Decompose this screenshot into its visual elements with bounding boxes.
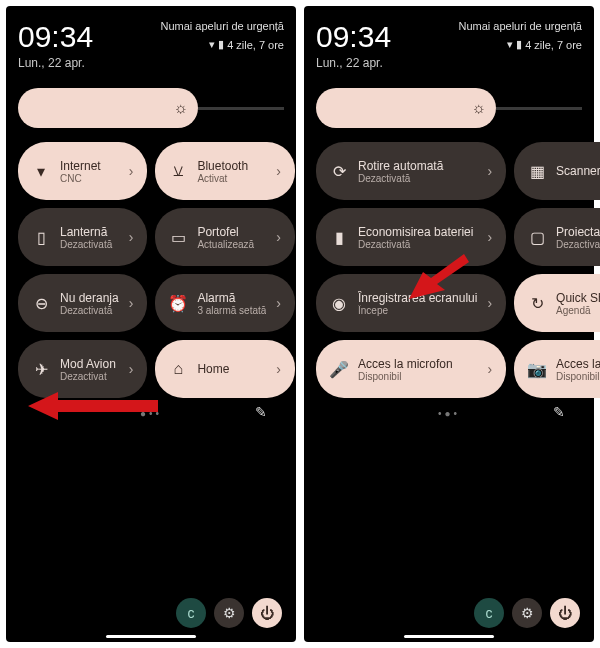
tile-subtitle: Actualizează xyxy=(197,239,266,250)
wifi-icon: ▾ xyxy=(507,38,513,51)
tile-subtitle: Dezactivată xyxy=(358,173,477,184)
rotate-icon: ⟳ xyxy=(330,162,348,180)
settings-button[interactable]: ⚙ xyxy=(512,598,542,628)
tile-subtitle: CNC xyxy=(60,173,119,184)
chevron-right-icon: › xyxy=(276,163,281,179)
clock: 09:34 xyxy=(18,20,93,54)
user-button[interactable]: c xyxy=(176,598,206,628)
svg-marker-0 xyxy=(28,392,158,420)
tile-title: Lanternă xyxy=(60,225,119,239)
chevron-right-icon: › xyxy=(276,361,281,377)
tile-subtitle: Disponibil xyxy=(358,371,477,382)
edit-icon[interactable]: ✎ xyxy=(255,404,270,420)
tile-title: Quick Share xyxy=(556,291,600,305)
chevron-right-icon: › xyxy=(487,361,492,377)
record-icon: ◉ xyxy=(330,294,348,312)
battery-icon: ▮ xyxy=(218,38,224,51)
tile-wallet[interactable]: ▭PortofelActualizează› xyxy=(155,208,295,266)
tile-title: Internet xyxy=(60,159,119,173)
power-button[interactable]: ⏻ xyxy=(252,598,282,628)
tile-title: Nu deranja xyxy=(60,291,119,305)
battery-text: 4 zile, 7 ore xyxy=(525,39,582,51)
tile-alarm[interactable]: ⏰Alarmă3 alarmă setată› xyxy=(155,274,295,332)
tile-mic[interactable]: 🎤Acces la microfonDisponibil› xyxy=(316,340,506,398)
tile-title: Bluetooth xyxy=(197,159,266,173)
wallet-icon: ▭ xyxy=(169,228,187,246)
emergency-text: Numai apeluri de urgență xyxy=(458,20,582,32)
tile-title: Portofel xyxy=(197,225,266,239)
swipe-arrow-annotation xyxy=(28,388,158,424)
tile-internet[interactable]: ▾InternetCNC› xyxy=(18,142,147,200)
tile-subtitle: Agendă xyxy=(556,305,600,316)
nav-handle[interactable] xyxy=(404,635,494,638)
status-icons: ▾ ▮ 4 zile, 7 ore xyxy=(160,38,284,51)
qs-tiles-page1: ▾InternetCNC›⚺BluetoothActivat›▯Lanternă… xyxy=(18,142,284,398)
tile-subtitle: Activat xyxy=(197,173,266,184)
chevron-right-icon: › xyxy=(129,295,134,311)
settings-button[interactable]: ⚙ xyxy=(214,598,244,628)
tile-rotate[interactable]: ⟳Rotire automatăDezactivată› xyxy=(316,142,506,200)
tile-title: Home xyxy=(197,362,266,376)
date: Lun., 22 apr. xyxy=(18,56,93,70)
qr-icon: ▦ xyxy=(528,162,546,180)
edit-icon[interactable]: ✎ xyxy=(553,404,568,420)
chevron-right-icon: › xyxy=(487,229,492,245)
clock: 09:34 xyxy=(316,20,391,54)
footer-buttons: c ⚙ ⏻ xyxy=(474,598,580,628)
tile-scanner[interactable]: ▦Scanner de coduri› xyxy=(514,142,600,200)
footer-buttons: c ⚙ ⏻ xyxy=(176,598,282,628)
tile-title: Proiectarea ecranului xyxy=(556,225,600,239)
nav-handle[interactable] xyxy=(106,635,196,638)
dnd-icon: ⊖ xyxy=(32,294,50,312)
tile-subtitle: Dezactivată xyxy=(556,239,600,250)
phone-right: 09:34 Lun., 22 apr. Numai apeluri de urg… xyxy=(304,6,594,642)
cam-icon: 📷 xyxy=(528,360,546,378)
tile-subtitle: Începe xyxy=(358,305,477,316)
bt-icon: ⚺ xyxy=(169,162,187,180)
battery-text: 4 zile, 7 ore xyxy=(227,39,284,51)
status-bar: 09:34 Lun., 22 apr. Numai apeluri de urg… xyxy=(18,20,284,70)
chevron-right-icon: › xyxy=(487,295,492,311)
chevron-right-icon: › xyxy=(129,361,134,377)
status-icons: ▾ ▮ 4 zile, 7 ore xyxy=(458,38,582,51)
tile-title: Economisirea bateriei xyxy=(358,225,477,239)
brightness-slider[interactable]: ☼ xyxy=(316,88,582,128)
tile-title: Acces la cameră xyxy=(556,357,600,371)
mic-icon: 🎤 xyxy=(330,360,348,378)
batt-icon: ▮ xyxy=(330,228,348,246)
brightness-icon: ☼ xyxy=(471,99,486,117)
tile-title: Scanner de coduri xyxy=(556,164,600,178)
tile-dnd[interactable]: ⊖Nu deranjaDezactivată› xyxy=(18,274,147,332)
chevron-right-icon: › xyxy=(276,295,281,311)
tile-subtitle: Disponibil xyxy=(556,371,600,382)
status-bar: 09:34 Lun., 22 apr. Numai apeluri de urg… xyxy=(316,20,582,70)
tile-bluetooth[interactable]: ⚺BluetoothActivat› xyxy=(155,142,295,200)
tile-subtitle: Dezactivat xyxy=(60,371,119,382)
page-dots: •●• ✎ xyxy=(316,408,582,419)
tile-lantern[interactable]: ▯LanternăDezactivată› xyxy=(18,208,147,266)
chevron-right-icon: › xyxy=(487,163,492,179)
chevron-right-icon: › xyxy=(129,229,134,245)
tile-cast[interactable]: ▢Proiectarea ecranuluiDezactivată› xyxy=(514,208,600,266)
tile-home[interactable]: ⌂Home› xyxy=(155,340,295,398)
tile-subtitle: Dezactivată xyxy=(358,239,477,250)
power-icon: ⏻ xyxy=(260,605,274,621)
tile-subtitle: 3 alarmă setată xyxy=(197,305,266,316)
tile-camera[interactable]: 📷Acces la camerăDisponibil› xyxy=(514,340,600,398)
tile-quickshare[interactable]: ↻Quick ShareAgendă› xyxy=(514,274,600,332)
tile-title: Mod Avion xyxy=(60,357,119,371)
tap-arrow-annotation xyxy=(409,254,469,304)
power-button[interactable]: ⏻ xyxy=(550,598,580,628)
share-icon: ↻ xyxy=(528,294,546,312)
brightness-slider[interactable]: ☼ xyxy=(18,88,284,128)
phone-left: 09:34 Lun., 22 apr. Numai apeluri de urg… xyxy=(6,6,296,642)
user-button[interactable]: c xyxy=(474,598,504,628)
power-icon: ⏻ xyxy=(558,605,572,621)
gear-icon: ⚙ xyxy=(223,605,236,621)
tile-subtitle: Dezactivată xyxy=(60,239,119,250)
wifi-icon: ▾ xyxy=(32,162,50,180)
chevron-right-icon: › xyxy=(129,163,134,179)
gear-icon: ⚙ xyxy=(521,605,534,621)
alarm-icon: ⏰ xyxy=(169,294,187,312)
tile-subtitle: Dezactivată xyxy=(60,305,119,316)
